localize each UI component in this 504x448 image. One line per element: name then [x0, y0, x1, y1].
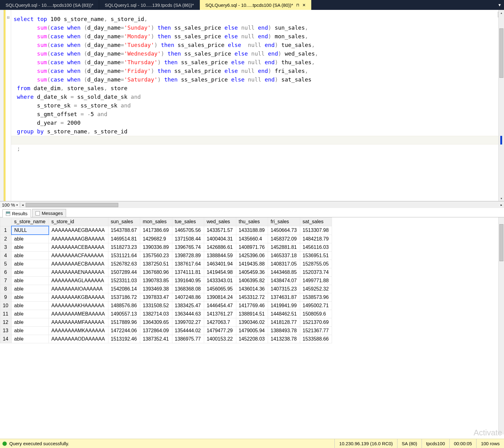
- cell[interactable]: 1400404.31: [204, 235, 236, 243]
- cell[interactable]: 1521370.69: [300, 318, 332, 327]
- cell[interactable]: able: [11, 318, 48, 327]
- column-header[interactable]: fri_sales: [268, 218, 300, 226]
- cell[interactable]: AAAAAAAAMEBAAAAA: [49, 310, 108, 318]
- chevron-down-icon[interactable]: ▾: [16, 203, 18, 207]
- scroll-up-icon[interactable]: ▴: [499, 10, 504, 15]
- cell[interactable]: 1469514.81: [108, 235, 140, 243]
- code-line[interactable]: select top 100 s_store_name, s_store_id,: [14, 15, 495, 23]
- cell[interactable]: able: [11, 335, 48, 343]
- cell[interactable]: able: [11, 268, 48, 277]
- cell[interactable]: 1374631.87: [268, 293, 300, 302]
- cell[interactable]: able: [11, 260, 48, 268]
- cell[interactable]: 1388493.78: [268, 327, 300, 335]
- cell[interactable]: able: [11, 293, 48, 302]
- cell[interactable]: able: [11, 310, 48, 318]
- fold-gutter[interactable]: ⊟: [6, 10, 11, 201]
- code-line[interactable]: ;: [14, 144, 495, 153]
- cell[interactable]: 1531121.64: [108, 252, 140, 260]
- cell[interactable]: NULL: [11, 226, 48, 235]
- code-line[interactable]: s_store_sk = ss_store_sk and: [14, 101, 495, 110]
- cell[interactable]: 1436014.36: [236, 285, 268, 293]
- cell[interactable]: 1429682.9: [140, 235, 172, 243]
- code-line[interactable]: sum(case when (d_day_name='Saturday') th…: [14, 75, 495, 84]
- cell[interactable]: 1513307.98: [300, 226, 332, 235]
- table-row[interactable]: 4ableAAAAAAAACFAAAAAA1531121.641357560.2…: [0, 252, 332, 260]
- cell[interactable]: able: [11, 243, 48, 252]
- code-line[interactable]: sum(case when (d_day_name='Wednesday') t…: [14, 49, 495, 58]
- tab-1[interactable]: SQLQuery1.sql - 10.....139.tpcds (SA (86…: [99, 0, 200, 10]
- cell[interactable]: able: [11, 285, 48, 293]
- code-line[interactable]: sum(case when (d_day_name='Monday') then…: [14, 32, 495, 41]
- cell[interactable]: 1453312.72: [236, 293, 268, 302]
- cell[interactable]: 1387617.64: [172, 260, 204, 268]
- table-row[interactable]: 8ableAAAAAAAAIOAAAAAA1542086.141393469.3…: [0, 285, 332, 293]
- row-number[interactable]: 1: [0, 226, 12, 235]
- row-number[interactable]: 5: [0, 260, 12, 268]
- cell[interactable]: 1443468.85: [268, 268, 300, 277]
- tab-results[interactable]: Results: [2, 209, 31, 217]
- cell[interactable]: 1490557.13: [108, 310, 140, 318]
- column-header[interactable]: sat_sales: [300, 218, 332, 226]
- cell[interactable]: 1446454.47: [204, 302, 236, 310]
- cell[interactable]: 1508059.6: [300, 310, 332, 318]
- cell[interactable]: AAAAAAAAODAAAAAA: [49, 335, 108, 343]
- row-number[interactable]: 10: [0, 302, 12, 310]
- table-row[interactable]: 12ableAAAAAAAAMFAAAAAA1517889.961364309.…: [0, 318, 332, 327]
- cell[interactable]: AAAAAAAAENAAAAAA: [49, 268, 108, 277]
- table-row[interactable]: 13ableAAAAAAAAMKAAAAAA1472244.061372864.…: [0, 327, 332, 335]
- cell[interactable]: 1495002.71: [300, 302, 332, 310]
- code-line[interactable]: sum(case when (d_day_name='Friday') then…: [14, 67, 495, 75]
- cell[interactable]: 1459252.32: [300, 285, 332, 293]
- cell[interactable]: 1533588.66: [300, 335, 332, 343]
- cell[interactable]: 1372864.09: [140, 327, 172, 335]
- cell[interactable]: 1536951.51: [300, 252, 332, 260]
- column-header[interactable]: tue_sales: [172, 218, 204, 226]
- cell[interactable]: 1513192.46: [108, 335, 140, 343]
- cell[interactable]: 1388914.51: [236, 310, 268, 318]
- row-number[interactable]: 14: [0, 335, 12, 343]
- cell[interactable]: AAAAAAAAGLAAAAAA: [49, 277, 108, 285]
- cell[interactable]: 1388844.59: [204, 252, 236, 260]
- cell[interactable]: 1499771.88: [300, 277, 332, 285]
- cell[interactable]: 1387352.41: [140, 335, 172, 343]
- scroll-down-icon[interactable]: ▾: [499, 195, 504, 201]
- cell[interactable]: 1507289.44: [108, 268, 140, 277]
- code-line[interactable]: sum(case when (d_day_name='Tuesday') the…: [14, 41, 495, 49]
- cell[interactable]: AAAAAAAAKHAAAAAA: [49, 302, 108, 310]
- cell[interactable]: 1390336.89: [140, 243, 172, 252]
- table-row[interactable]: 5ableAAAAAAAAECBAAAAA1526782.631387250.5…: [0, 260, 332, 268]
- cell[interactable]: AAAAAAAAKGBAAAAA: [49, 293, 108, 302]
- row-number[interactable]: 2: [0, 235, 12, 243]
- scroll-left-icon[interactable]: ◂: [20, 202, 26, 208]
- code-line[interactable]: order by s_store_name, s_store_id,sun_sa…: [14, 136, 495, 144]
- scroll-thumb[interactable]: [499, 224, 503, 261]
- cell[interactable]: AAAAAAAAIOAAAAAA: [49, 285, 108, 293]
- cell[interactable]: 1331508.52: [140, 302, 172, 310]
- cell[interactable]: 1407248.86: [172, 293, 204, 302]
- scroll-right-icon[interactable]: ▸: [498, 202, 504, 208]
- cell[interactable]: 1357560.23: [140, 252, 172, 260]
- row-number[interactable]: 3: [0, 243, 12, 252]
- cell[interactable]: AAAAAAAACEBAAAAA: [49, 243, 108, 252]
- cell[interactable]: 1413761.27: [204, 310, 236, 318]
- cell[interactable]: 1417769.46: [236, 302, 268, 310]
- cell[interactable]: 1427063.7: [204, 318, 236, 327]
- cell[interactable]: 1472244.06: [108, 327, 140, 335]
- cell[interactable]: 1374111.81: [172, 268, 204, 277]
- cell[interactable]: 1463401.94: [204, 260, 236, 268]
- cell[interactable]: 1438474.07: [268, 277, 300, 285]
- table-row[interactable]: 9ableAAAAAAAAKGBAAAAA1537186.721397833.4…: [0, 293, 332, 302]
- tab-0[interactable]: SQLQuery8.sql - 10.....tpcds100 (SA (83)…: [0, 0, 99, 10]
- column-header[interactable]: s_store_id: [49, 218, 108, 226]
- cell[interactable]: able: [11, 235, 48, 243]
- cell[interactable]: 1488576.86: [108, 302, 140, 310]
- cell[interactable]: 1479005.94: [236, 327, 268, 335]
- cell[interactable]: 1397833.47: [140, 293, 172, 302]
- cell[interactable]: 1484218.79: [300, 235, 332, 243]
- cell[interactable]: 1448462.51: [268, 310, 300, 318]
- cell[interactable]: 1408971.76: [236, 243, 268, 252]
- cell[interactable]: 1465337.18: [268, 252, 300, 260]
- cell[interactable]: AAAAAAAAMFAAAAAA: [49, 318, 108, 327]
- code-line[interactable]: group by s_store_name, s_store_id: [14, 127, 495, 136]
- code-line[interactable]: s_gmt_offset = -5 and: [14, 110, 495, 119]
